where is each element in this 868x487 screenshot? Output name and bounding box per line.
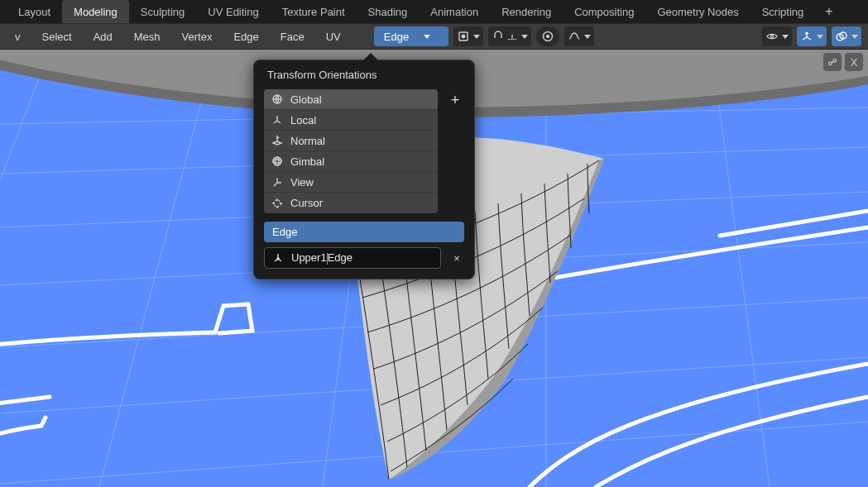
orientation-label: View (290, 176, 314, 189)
svg-point-4 (770, 35, 773, 37)
workspace-tab-modeling[interactable]: Modeling (62, 0, 129, 23)
gimbal-orientation-icon (271, 155, 284, 168)
workspace-tab-layout[interactable]: Layout (7, 0, 62, 23)
editmode-toolbar: v Select Add Mesh Vertex Edge Face UV Ed… (0, 23, 868, 50)
overlays-icon (835, 30, 848, 43)
custom-orientation-icon (271, 251, 285, 265)
visibility-eye-icon (765, 30, 779, 43)
view-orientation-icon (271, 175, 284, 189)
global-orientation-icon (271, 93, 284, 106)
proportional-falloff-button[interactable] (564, 26, 594, 46)
transform-orientation-dropdown[interactable]: Edge (374, 26, 448, 46)
workspace-tab-scripting[interactable]: Scripting (751, 0, 816, 23)
cursor-orientation-icon (271, 197, 284, 210)
orientation-item-local[interactable]: Local (264, 110, 438, 131)
orientation-list: Global Local Normal Gimbal (264, 89, 438, 213)
orientation-item-view[interactable]: View (264, 172, 438, 193)
menu-add[interactable]: Add (85, 26, 121, 46)
orientation-rename-value: Upper1Edge (291, 251, 352, 265)
orientation-label: Local (290, 114, 316, 127)
orientation-active-label: Edge (272, 226, 297, 238)
add-workspace-button[interactable]: + (815, 0, 842, 23)
svg-point-14 (274, 200, 281, 207)
snap-icon (492, 30, 505, 43)
snap-button[interactable] (488, 26, 531, 46)
chevron-down-icon (782, 35, 789, 39)
workspace-tab-shading[interactable]: Shading (357, 0, 420, 23)
proportional-edit-icon (541, 30, 554, 43)
workspace-tab-uv-editing[interactable]: UV Editing (196, 0, 270, 23)
pivot-icon (457, 30, 470, 43)
orientation-item-cursor[interactable]: Cursor (264, 193, 438, 213)
svg-point-12 (273, 160, 281, 163)
orientation-rename-input[interactable]: Upper1Edge (264, 247, 441, 269)
orientation-label: Gimbal (290, 155, 324, 168)
proportional-edit-button[interactable] (536, 26, 559, 46)
chevron-down-icon (521, 35, 528, 39)
chevron-down-icon (817, 35, 823, 39)
svg-point-3 (546, 36, 549, 38)
normal-orientation-icon (271, 134, 284, 147)
chevron-down-icon (851, 35, 858, 39)
pivot-point-button[interactable] (453, 26, 483, 46)
orientation-label: Cursor (290, 197, 323, 209)
menu-mesh[interactable]: Mesh (126, 26, 169, 46)
chevron-down-icon (473, 35, 480, 39)
menu-face[interactable]: Face (272, 26, 313, 46)
transform-orientation-label: Edge (384, 31, 409, 43)
orientation-label: Normal (290, 135, 325, 147)
workspace-tab-sculpting[interactable]: Sculpting (129, 0, 196, 23)
orientation-label: Global (290, 93, 322, 106)
orientation-item-normal[interactable]: Normal (264, 131, 438, 151)
local-orientation-icon (271, 113, 284, 127)
gizmo-icon (800, 30, 813, 43)
waveform-icon (568, 30, 581, 43)
menu-vertex[interactable]: Vertex (174, 26, 221, 46)
workspace-tab-compositing[interactable]: Compositing (563, 0, 645, 23)
gizmo-toggle[interactable] (797, 26, 827, 46)
close-area-button[interactable]: X (845, 53, 863, 71)
overlays-toggle[interactable] (832, 26, 861, 46)
orientation-item-gimbal[interactable]: Gimbal (264, 151, 438, 172)
menu-edge[interactable]: Edge (225, 26, 266, 46)
menu-select[interactable]: Select (34, 26, 80, 46)
svg-point-8 (829, 62, 832, 65)
svg-point-11 (273, 157, 281, 165)
svg-point-15 (277, 258, 279, 260)
popover-title: Transform Orientations (264, 69, 464, 81)
workspace-tab-texture-paint[interactable]: Texture Paint (271, 0, 357, 23)
svg-point-9 (833, 60, 837, 63)
transform-orientations-popover: Transform Orientations Global Local Norm… (253, 60, 475, 279)
menu-uv[interactable]: UV (318, 26, 349, 46)
gizmo-hint-icon[interactable] (823, 53, 842, 71)
workspace-tab-geometry-nodes[interactable]: Geometry Nodes (645, 0, 750, 23)
workspace-tab-rendering[interactable]: Rendering (490, 0, 563, 23)
chevron-down-icon (424, 35, 430, 39)
snap-target-icon (506, 30, 518, 43)
visibility-dropdown[interactable] (762, 26, 792, 46)
orientation-item-global[interactable]: Global (264, 89, 438, 110)
svg-point-0 (462, 35, 464, 37)
workspace-tabs-bar: Layout Modeling Sculpting UV Editing Tex… (0, 0, 868, 23)
orientation-active-row[interactable]: Edge (264, 222, 464, 242)
menu-view-truncated[interactable]: v (7, 26, 29, 46)
remove-orientation-button[interactable]: × (449, 251, 464, 265)
svg-point-13 (276, 157, 279, 165)
workspace-tab-animation[interactable]: Animation (419, 0, 490, 23)
add-orientation-button[interactable]: + (446, 91, 464, 109)
chevron-down-icon (584, 35, 591, 39)
